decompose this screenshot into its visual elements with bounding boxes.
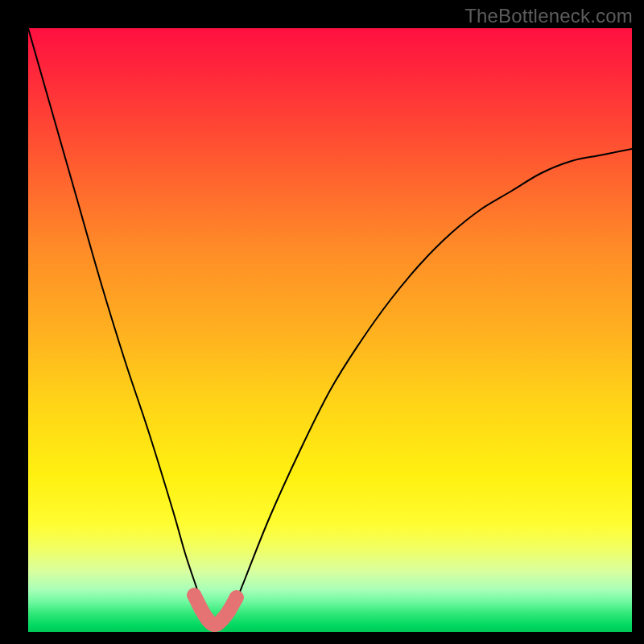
watermark-text: TheBottleneck.com — [464, 5, 633, 27]
bottleneck-chart — [28, 28, 632, 632]
marker-dot — [229, 590, 244, 605]
chart-frame: TheBottleneck.com — [0, 0, 644, 644]
bottleneck-curve-path — [28, 28, 632, 627]
marker-dot — [187, 588, 201, 602]
marker-dot — [221, 605, 236, 619]
plot-area — [28, 28, 632, 632]
